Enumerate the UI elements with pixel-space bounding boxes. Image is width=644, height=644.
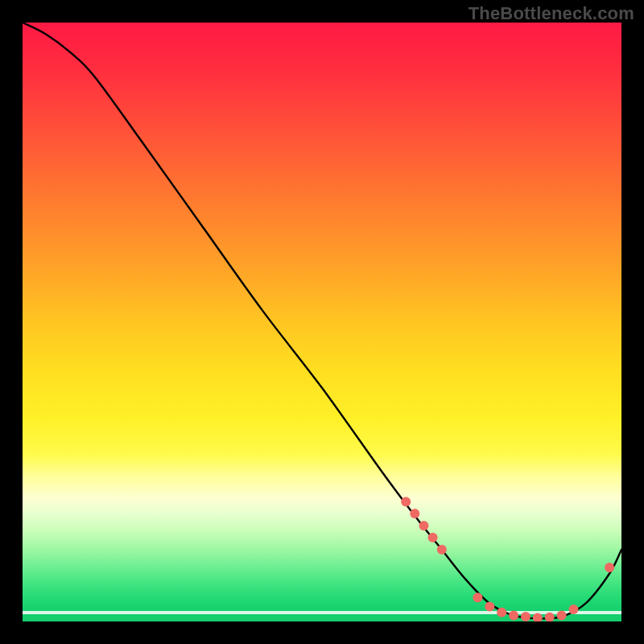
highlight-marker xyxy=(509,611,518,621)
highlight-marker xyxy=(419,521,429,530)
highlight-marker xyxy=(473,592,482,602)
highlight-marker xyxy=(569,605,579,614)
highlight-marker xyxy=(437,545,447,555)
highlight-marker-group xyxy=(401,497,614,621)
highlight-marker xyxy=(545,613,555,621)
highlight-marker xyxy=(533,613,543,622)
chart-svg xyxy=(23,23,621,621)
highlight-marker xyxy=(401,497,411,506)
highlight-marker xyxy=(521,612,530,621)
bottleneck-curve-line xyxy=(23,23,621,618)
highlight-marker xyxy=(410,509,419,518)
chart-frame: TheBottleneck.com xyxy=(0,0,644,644)
highlight-marker xyxy=(428,533,438,543)
highlight-marker xyxy=(557,611,567,621)
watermark-text: TheBottleneck.com xyxy=(469,3,634,24)
highlight-marker xyxy=(605,563,614,572)
plot-area xyxy=(23,23,621,621)
highlight-marker xyxy=(485,601,494,611)
highlight-marker xyxy=(497,608,506,617)
